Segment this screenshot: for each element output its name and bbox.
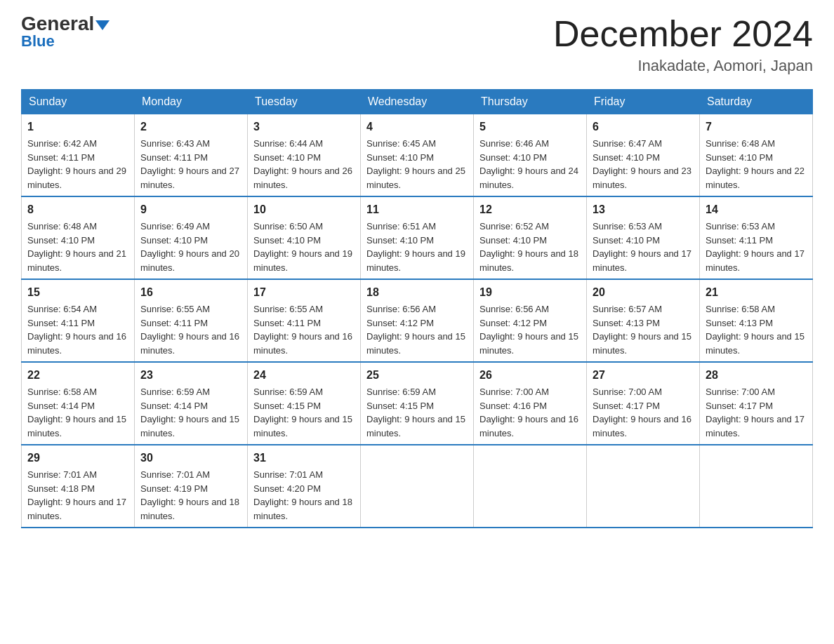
sunrise-text: Sunrise: 6:50 AM (253, 221, 323, 232)
sunrise-text: Sunrise: 6:53 AM (706, 221, 775, 232)
table-row: 31Sunrise: 7:01 AMSunset: 4:20 PMDayligh… (248, 445, 361, 528)
daylight-text: Daylight: 9 hours and 19 minutes. (366, 248, 465, 273)
day-number: 12 (479, 201, 581, 218)
table-row: 1Sunrise: 6:42 AMSunset: 4:11 PMDaylight… (22, 114, 135, 197)
sunset-text: Sunset: 4:10 PM (253, 235, 321, 246)
daylight-text: Daylight: 9 hours and 15 minutes. (253, 414, 352, 438)
day-number: 2 (140, 119, 241, 135)
daylight-text: Daylight: 9 hours and 17 minutes. (706, 248, 805, 273)
sunset-text: Sunset: 4:13 PM (706, 318, 773, 328)
sunrise-text: Sunrise: 6:56 AM (366, 304, 436, 314)
header-tuesday: Tuesday (248, 90, 361, 114)
header-sunday: Sunday (22, 90, 135, 114)
table-row: 19Sunrise: 6:56 AMSunset: 4:12 PMDayligh… (474, 279, 587, 362)
daylight-text: Daylight: 9 hours and 15 minutes. (593, 331, 691, 356)
daylight-text: Daylight: 9 hours and 26 minutes. (253, 166, 352, 190)
sunrise-text: Sunrise: 6:48 AM (27, 221, 97, 232)
sunrise-text: Sunrise: 7:00 AM (706, 387, 775, 397)
daylight-text: Daylight: 9 hours and 16 minutes. (27, 331, 126, 356)
table-row: 21Sunrise: 6:58 AMSunset: 4:13 PMDayligh… (700, 279, 813, 362)
table-row: 3Sunrise: 6:44 AMSunset: 4:10 PMDaylight… (248, 114, 361, 197)
sunset-text: Sunset: 4:13 PM (593, 318, 660, 328)
sunset-text: Sunset: 4:17 PM (706, 401, 773, 411)
day-number: 23 (140, 367, 241, 384)
day-number: 6 (593, 119, 694, 135)
daylight-text: Daylight: 9 hours and 18 minutes. (479, 248, 578, 273)
daylight-text: Daylight: 9 hours and 17 minutes. (706, 414, 805, 438)
table-row: 9Sunrise: 6:49 AMSunset: 4:10 PMDaylight… (135, 196, 248, 279)
logo: General Blue (21, 14, 110, 51)
calendar-week-row: 22Sunrise: 6:58 AMSunset: 4:14 PMDayligh… (22, 362, 813, 445)
day-number: 16 (140, 284, 241, 301)
table-row: 12Sunrise: 6:52 AMSunset: 4:10 PMDayligh… (474, 196, 587, 279)
daylight-text: Daylight: 9 hours and 16 minutes. (253, 331, 352, 356)
day-number: 28 (706, 367, 807, 384)
sunset-text: Sunset: 4:10 PM (27, 235, 95, 246)
table-row: 8Sunrise: 6:48 AMSunset: 4:10 PMDaylight… (22, 196, 135, 279)
sunrise-text: Sunrise: 7:01 AM (27, 469, 97, 480)
table-row: 5Sunrise: 6:46 AMSunset: 4:10 PMDaylight… (474, 114, 587, 197)
sunrise-text: Sunrise: 6:48 AM (706, 138, 775, 149)
table-row: 30Sunrise: 7:01 AMSunset: 4:19 PMDayligh… (135, 445, 248, 528)
day-number: 1 (27, 119, 128, 135)
day-number: 20 (593, 284, 694, 301)
sunrise-text: Sunrise: 6:57 AM (593, 304, 662, 314)
day-number: 5 (479, 119, 581, 135)
sunrise-text: Sunrise: 6:55 AM (253, 304, 323, 314)
table-row: 17Sunrise: 6:55 AMSunset: 4:11 PMDayligh… (248, 279, 361, 362)
table-row: 27Sunrise: 7:00 AMSunset: 4:17 PMDayligh… (587, 362, 700, 445)
sunset-text: Sunset: 4:12 PM (479, 318, 547, 328)
table-row: 15Sunrise: 6:54 AMSunset: 4:11 PMDayligh… (22, 279, 135, 362)
table-row: 26Sunrise: 7:00 AMSunset: 4:16 PMDayligh… (474, 362, 587, 445)
sunrise-text: Sunrise: 6:55 AM (140, 304, 210, 314)
day-number: 10 (253, 201, 355, 218)
table-row (361, 445, 474, 528)
sunrise-text: Sunrise: 6:42 AM (27, 138, 97, 149)
location: Inakadate, Aomori, Japan (553, 57, 813, 75)
sunrise-text: Sunrise: 6:56 AM (479, 304, 549, 314)
sunset-text: Sunset: 4:11 PM (140, 318, 208, 328)
daylight-text: Daylight: 9 hours and 18 minutes. (253, 497, 352, 521)
daylight-text: Daylight: 9 hours and 15 minutes. (706, 331, 805, 356)
sunset-text: Sunset: 4:11 PM (27, 152, 95, 163)
sunset-text: Sunset: 4:10 PM (253, 152, 321, 163)
sunrise-text: Sunrise: 6:44 AM (253, 138, 323, 149)
day-number: 17 (253, 284, 355, 301)
sunrise-text: Sunrise: 7:00 AM (593, 387, 662, 397)
table-row: 10Sunrise: 6:50 AMSunset: 4:10 PMDayligh… (248, 196, 361, 279)
sunrise-text: Sunrise: 6:58 AM (706, 304, 775, 314)
sunset-text: Sunset: 4:15 PM (253, 401, 321, 411)
day-number: 31 (253, 450, 355, 467)
day-number: 4 (366, 119, 468, 135)
day-number: 24 (253, 367, 355, 384)
day-number: 19 (479, 284, 581, 301)
weekday-header-row: Sunday Monday Tuesday Wednesday Thursday… (22, 90, 813, 114)
sunset-text: Sunset: 4:10 PM (366, 235, 434, 246)
sunset-text: Sunset: 4:18 PM (27, 483, 95, 494)
sunset-text: Sunset: 4:11 PM (253, 318, 321, 328)
sunrise-text: Sunrise: 6:59 AM (140, 387, 210, 397)
sunset-text: Sunset: 4:10 PM (593, 152, 660, 163)
table-row: 16Sunrise: 6:55 AMSunset: 4:11 PMDayligh… (135, 279, 248, 362)
calendar-table: Sunday Monday Tuesday Wednesday Thursday… (21, 89, 813, 528)
table-row (474, 445, 587, 528)
logo-triangle-icon (95, 20, 110, 30)
sunrise-text: Sunrise: 6:51 AM (366, 221, 436, 232)
table-row: 22Sunrise: 6:58 AMSunset: 4:14 PMDayligh… (22, 362, 135, 445)
month-title: December 2024 (553, 14, 813, 54)
day-number: 14 (706, 201, 807, 218)
sunrise-text: Sunrise: 6:45 AM (366, 138, 436, 149)
sunset-text: Sunset: 4:14 PM (27, 401, 95, 411)
calendar-week-row: 1Sunrise: 6:42 AMSunset: 4:11 PMDaylight… (22, 114, 813, 197)
table-row: 18Sunrise: 6:56 AMSunset: 4:12 PMDayligh… (361, 279, 474, 362)
page-header: General Blue December 2024 Inakadate, Ao… (21, 14, 813, 75)
header-saturday: Saturday (700, 90, 813, 114)
day-number: 29 (27, 450, 128, 467)
daylight-text: Daylight: 9 hours and 24 minutes. (479, 166, 578, 190)
sunrise-text: Sunrise: 7:00 AM (479, 387, 549, 397)
table-row: 23Sunrise: 6:59 AMSunset: 4:14 PMDayligh… (135, 362, 248, 445)
daylight-text: Daylight: 9 hours and 17 minutes. (27, 497, 126, 521)
daylight-text: Daylight: 9 hours and 15 minutes. (27, 414, 126, 438)
day-number: 15 (27, 284, 128, 301)
sunrise-text: Sunrise: 7:01 AM (140, 469, 210, 480)
